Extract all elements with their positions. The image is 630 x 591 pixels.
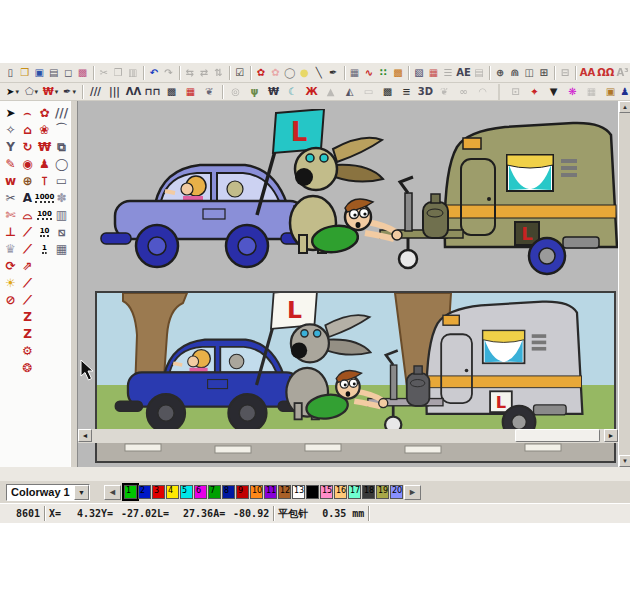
list-lines-icon[interactable]: ≡ — [397, 83, 416, 101]
vertical-scrollbar[interactable]: ▲ ▼ — [618, 101, 630, 467]
diag-stitch-icon[interactable]: ⟋ — [19, 223, 36, 240]
machine-grid-icon[interactable]: ⊞ — [536, 64, 550, 82]
density-1-icon[interactable]: 1 — [36, 240, 53, 257]
zigzag-z2-icon[interactable]: Z — [19, 325, 36, 342]
outline-shape-icon[interactable]: ◯ — [283, 64, 297, 82]
thread-color-13[interactable]: 13 — [292, 485, 305, 499]
scroll-left-button[interactable]: ◄ — [78, 429, 92, 442]
tatami-stitch-icon[interactable]: ||| — [105, 83, 124, 101]
sort-icon[interactable]: AE — [455, 64, 472, 82]
thread-color-10[interactable]: 10 — [250, 485, 263, 499]
diag-stitch-icon[interactable]: ⟋ — [19, 291, 36, 308]
hatch-icon[interactable]: /// — [53, 104, 70, 121]
zigzag-z-icon[interactable]: Z — [19, 308, 36, 325]
tbar-icon[interactable]: ⊥ — [2, 223, 19, 240]
pen-tool-icon[interactable]: ✒ — [326, 64, 340, 82]
thread-color-1[interactable]: 1 — [124, 485, 137, 499]
thread-color-8[interactable]: 8 — [222, 485, 235, 499]
export-box-icon[interactable]: ⧉ — [53, 138, 70, 155]
open-file-icon[interactable]: ❐ — [17, 64, 31, 82]
thread-color-18[interactable]: 18 — [362, 485, 375, 499]
zigzag-stitch-icon[interactable]: ΛΛ — [124, 83, 143, 101]
stitch-select-icon[interactable]: ₩▾ — [41, 83, 60, 101]
density-graph-icon[interactable]: ∷ — [376, 64, 390, 82]
red-fill-icon[interactable]: ▦ — [181, 83, 200, 101]
scissors-icon[interactable]: ✂ — [2, 189, 19, 206]
grid-icon[interactable]: ▦ — [347, 64, 361, 82]
thread-color-9[interactable]: 9 — [236, 485, 249, 499]
gear-sun-icon[interactable]: ❂ — [19, 359, 36, 376]
omega-pair-icon[interactable]: ΩΩ — [596, 64, 615, 82]
arch-dots-icon[interactable]: ⌓ — [19, 206, 36, 223]
width-stitch-icon[interactable]: ₩ — [264, 83, 283, 101]
design-canvas[interactable]: L — [78, 101, 618, 467]
scroll-up-button[interactable]: ▲ — [619, 101, 630, 113]
arch-frame-icon[interactable]: ⌢ — [19, 104, 36, 121]
funnel-icon[interactable]: ▼ — [544, 83, 563, 101]
palette-scroll-left-button[interactable]: ◄ — [104, 485, 121, 500]
stitch-ww-icon[interactable]: ₩ — [36, 138, 53, 155]
e-stitch-icon[interactable]: ⊓⊓ — [143, 83, 162, 101]
diag-stitch-icon[interactable]: ⟋ — [19, 274, 36, 291]
scroll-down-button[interactable]: ▼ — [619, 455, 630, 467]
crown-icon[interactable]: ♛ — [2, 240, 19, 257]
closed-object-pink-icon[interactable]: ✿ — [268, 64, 282, 82]
import-image-icon[interactable]: ▩ — [75, 64, 89, 82]
auto-check-icon[interactable]: ☑ — [233, 64, 247, 82]
thread-color-6[interactable]: 6 — [194, 485, 207, 499]
red-pen-icon[interactable]: ✎ — [2, 155, 19, 172]
thread-color-12[interactable]: 12 — [278, 485, 291, 499]
panel-divider[interactable] — [70, 101, 78, 467]
rotate-tool-icon[interactable]: ↻ — [19, 138, 36, 155]
palette-scroll-right-button[interactable]: ► — [404, 485, 421, 500]
flower-magenta-icon[interactable]: ❋ — [563, 83, 582, 101]
density-100-icon[interactable]: 100 — [36, 206, 53, 223]
thread-color-2[interactable]: 2 — [138, 485, 151, 499]
thread-color-11[interactable]: 11 — [264, 485, 277, 499]
plant-stitch-icon[interactable]: ψ — [245, 83, 264, 101]
line-tool-icon[interactable]: ╲ — [312, 64, 326, 82]
print-icon[interactable]: ▤ — [46, 64, 60, 82]
picture-view-icon[interactable]: ▧ — [412, 64, 426, 82]
thread-color-14[interactable]: 14 — [306, 485, 319, 499]
color-film-icon[interactable]: ▦ — [426, 64, 440, 82]
letter-pair-icon[interactable]: AA — [579, 64, 596, 82]
small-w-icon[interactable]: w — [2, 172, 19, 189]
undo-icon[interactable]: ↶ — [147, 64, 161, 82]
ellipse-tool-icon[interactable]: ◯ — [53, 155, 70, 172]
density-10-icon[interactable]: 10 — [36, 223, 53, 240]
thread-color-15[interactable]: 15 — [320, 485, 333, 499]
team-icon[interactable]: ♟♟ — [620, 83, 630, 101]
thread-color-19[interactable]: 19 — [376, 485, 389, 499]
colorway-dropdown-button[interactable]: ▼ — [74, 485, 89, 500]
curve-tool-icon[interactable]: ⌒ — [53, 121, 70, 138]
paint-icon[interactable]: ☀ — [2, 274, 19, 291]
filled-shape-icon[interactable]: ● — [297, 64, 311, 82]
star-wand-icon[interactable]: ✧ — [2, 121, 19, 138]
select-tool-icon[interactable]: ➤▾ — [3, 83, 22, 101]
diag-arrow-icon[interactable]: ⇗ — [19, 257, 36, 274]
needle-point-icon[interactable]: ⌖ — [525, 83, 544, 101]
figure-icon[interactable]: ♟ — [36, 155, 53, 172]
new-file-icon[interactable]: ▯ — [3, 64, 17, 82]
pointer-tool-icon[interactable]: ➤ — [2, 104, 19, 121]
stop-hand-icon[interactable]: ⊘ — [2, 291, 19, 308]
target-grid-icon[interactable]: ◉ — [19, 155, 36, 172]
leaf-fill-icon[interactable]: ❦ — [200, 83, 219, 101]
curve-icon[interactable]: ☾ — [283, 83, 302, 101]
flower-red-icon[interactable]: ✿ — [36, 104, 53, 121]
print-preview-icon[interactable]: ◻ — [61, 64, 75, 82]
cross-stitch-icon[interactable]: Ж — [302, 83, 321, 101]
thread-color-16[interactable]: 16 — [334, 485, 347, 499]
thread-color-5[interactable]: 5 — [180, 485, 193, 499]
mountain-icon[interactable]: ◭ — [340, 83, 359, 101]
density-1000-icon[interactable]: 1000 — [36, 189, 53, 206]
save-icon[interactable]: ▣ — [32, 64, 46, 82]
diag-stitch-icon[interactable]: ⟋ — [19, 240, 36, 257]
closed-object-red-icon[interactable]: ✿ — [254, 64, 268, 82]
gears-icon[interactable]: ⚙ — [19, 342, 36, 359]
machine-frames-icon[interactable]: ◫ — [522, 64, 536, 82]
colorway-select[interactable]: Colorway 1 ▼ — [6, 484, 90, 501]
stitch-wave-icon[interactable]: ∿ — [362, 64, 376, 82]
horizontal-scroll-thumb[interactable] — [515, 429, 600, 442]
